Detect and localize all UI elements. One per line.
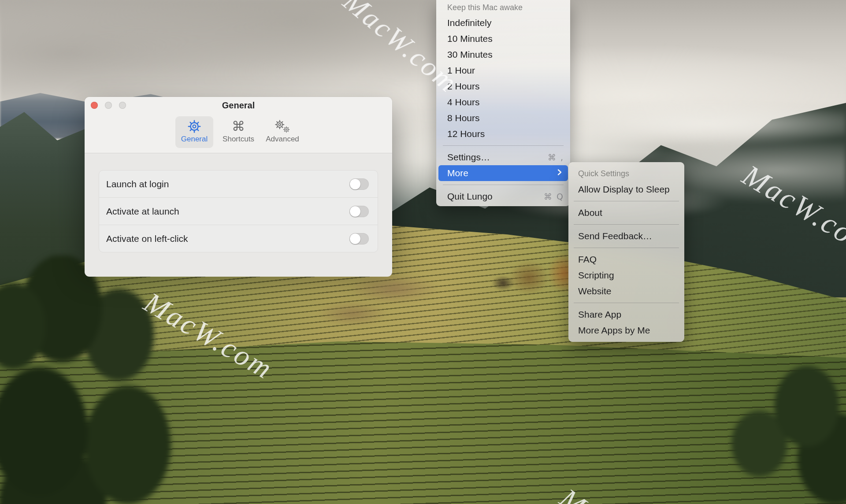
- menu-item-more[interactable]: More: [438, 165, 568, 181]
- submenu-item-website[interactable]: Website: [568, 283, 684, 299]
- menu-item-indefinitely[interactable]: Indefinitely: [436, 15, 570, 31]
- tab-general-label: General: [181, 135, 208, 144]
- submenu-item-scripting[interactable]: Scripting: [568, 267, 684, 283]
- submenu-separator: [574, 201, 679, 201]
- submenu-item-more-apps-by-me[interactable]: More Apps by Me: [568, 322, 684, 338]
- row-activate-on-left-click-label: Activate on left-click: [106, 233, 188, 244]
- gear-icon: [188, 119, 201, 133]
- window-title: General: [222, 100, 255, 111]
- settings-group: Launch at login Activate at launch Activ…: [99, 170, 378, 252]
- menu-item-settings[interactable]: Settings… ⌘ ,: [436, 149, 570, 165]
- row-launch-at-login: Launch at login: [99, 170, 378, 197]
- settings-window: General: [85, 97, 392, 260]
- toggle-knob: [350, 179, 360, 189]
- submenu-item-faq[interactable]: FAQ: [568, 252, 684, 267]
- chevron-right-icon: [556, 168, 564, 178]
- double-gear-icon: [275, 119, 290, 133]
- submenu-item-about[interactable]: About: [568, 205, 684, 221]
- launch-at-login-toggle[interactable]: [349, 178, 369, 190]
- row-activate-at-launch: Activate at launch: [99, 197, 378, 225]
- wallpaper-trees-bottom-right: [674, 361, 846, 504]
- submenu-item-send-feedback[interactable]: Send Feedback…: [568, 228, 684, 244]
- menu-item-quit[interactable]: Quit Lungo ⌘ Q: [436, 189, 570, 204]
- tab-advanced[interactable]: Advanced: [263, 116, 301, 148]
- tab-advanced-label: Advanced: [266, 135, 299, 144]
- status-menu: Keep this Mac awake Indefinitely 10 Minu…: [436, 0, 570, 206]
- toggle-knob: [350, 206, 360, 217]
- row-launch-at-login-label: Launch at login: [106, 179, 169, 189]
- row-activate-on-left-click: Activate on left-click: [99, 225, 378, 252]
- minimize-button[interactable]: [105, 102, 112, 109]
- close-button[interactable]: [91, 102, 98, 109]
- submenu-item-allow-display-to-sleep[interactable]: Allow Display to Sleep: [568, 182, 684, 197]
- settings-shortcut: ⌘ ,: [548, 152, 564, 162]
- submenu-separator: [574, 224, 679, 225]
- activate-on-left-click-toggle[interactable]: [349, 233, 369, 245]
- quit-shortcut: ⌘ Q: [544, 192, 564, 201]
- toolbar: General ⌘ Shortcuts Advanced: [85, 114, 392, 153]
- menu-item-more-label: More: [447, 168, 468, 178]
- submenu-separator: [574, 303, 679, 303]
- menu-item-1-hour[interactable]: 1 Hour: [436, 63, 570, 78]
- traffic-lights: [91, 97, 126, 114]
- menu-item-quit-label: Quit Lungo: [447, 191, 493, 202]
- settings-content: Launch at login Activate at launch Activ…: [85, 153, 392, 277]
- tab-shortcuts[interactable]: ⌘ Shortcuts: [219, 116, 257, 148]
- activate-at-launch-toggle[interactable]: [349, 206, 369, 217]
- menu-item-8-hours[interactable]: 8 Hours: [436, 110, 570, 126]
- submenu-header-quick-settings: Quick Settings: [568, 166, 684, 182]
- desktop: { "colors": { "accent": "#3574de", "high…: [0, 0, 846, 504]
- zoom-button[interactable]: [119, 102, 126, 109]
- command-icon: ⌘: [232, 119, 245, 133]
- menu-item-2-hours[interactable]: 2 Hours: [436, 78, 570, 94]
- tab-shortcuts-label: Shortcuts: [223, 135, 254, 144]
- row-activate-at-launch-label: Activate at launch: [106, 206, 179, 217]
- tab-general[interactable]: General: [175, 116, 213, 148]
- menu-item-30-minutes[interactable]: 30 Minutes: [436, 47, 570, 63]
- menu-header-keep-awake: Keep this Mac awake: [436, 0, 570, 15]
- more-submenu: Quick Settings Allow Display to Sleep Ab…: [568, 162, 684, 342]
- menu-item-10-minutes[interactable]: 10 Minutes: [436, 31, 570, 47]
- submenu-separator: [574, 248, 679, 248]
- menu-separator: [443, 145, 564, 146]
- wallpaper-trees-bottom-left: [0, 256, 198, 504]
- submenu-item-share-app[interactable]: Share App: [568, 307, 684, 322]
- window-titlebar: General: [85, 97, 392, 114]
- toggle-knob: [350, 233, 360, 244]
- menu-separator: [443, 185, 564, 185]
- menu-item-12-hours[interactable]: 12 Hours: [436, 126, 570, 142]
- menu-item-settings-label: Settings…: [447, 152, 490, 163]
- menu-item-4-hours[interactable]: 4 Hours: [436, 94, 570, 110]
